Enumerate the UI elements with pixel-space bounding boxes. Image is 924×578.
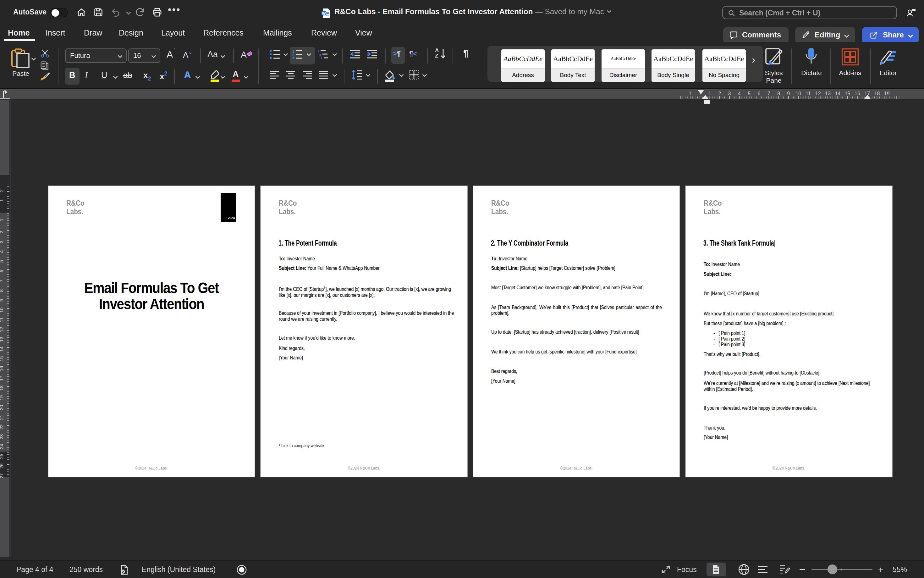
svg-text:1: 1 [317, 49, 319, 53]
svg-text:1: 1 [709, 91, 711, 96]
svg-text:2: 2 [718, 91, 721, 96]
svg-text:3: 3 [0, 240, 4, 243]
svg-text:22: 22 [0, 425, 4, 430]
svg-text:15: 15 [845, 91, 850, 96]
svg-text:1: 1 [0, 199, 4, 201]
svg-text:5: 5 [0, 260, 4, 263]
svg-text:8: 8 [0, 289, 4, 292]
svg-text:23: 23 [0, 434, 4, 440]
svg-text:17: 17 [0, 376, 4, 381]
svg-text:15: 15 [0, 356, 4, 362]
svg-text:11: 11 [0, 317, 4, 322]
svg-text:i: i [321, 56, 322, 59]
svg-text:14: 14 [0, 347, 4, 352]
svg-text:14: 14 [835, 91, 841, 96]
svg-text:W: W [322, 11, 326, 16]
svg-text:13: 13 [0, 337, 4, 342]
svg-text:3: 3 [292, 56, 294, 59]
svg-text:a: a [319, 53, 321, 56]
svg-text:21: 21 [0, 415, 4, 420]
svg-text:10: 10 [0, 308, 4, 313]
svg-text:4: 4 [738, 91, 741, 96]
svg-text:7: 7 [767, 91, 770, 96]
svg-text:19: 19 [0, 395, 4, 401]
svg-text:13: 13 [825, 91, 831, 96]
svg-text:20: 20 [0, 405, 4, 411]
svg-text:7: 7 [0, 279, 4, 282]
svg-text:25: 25 [0, 454, 4, 459]
svg-text:6: 6 [0, 270, 4, 272]
svg-text:10: 10 [795, 91, 801, 96]
svg-text:8: 8 [777, 91, 780, 96]
svg-text:1: 1 [0, 219, 4, 221]
svg-text:2: 2 [0, 231, 4, 233]
svg-text:9: 9 [787, 91, 790, 96]
svg-text:16: 16 [854, 91, 860, 96]
svg-text:5: 5 [748, 91, 751, 96]
svg-text:18: 18 [0, 386, 4, 391]
svg-text:11: 11 [806, 91, 811, 96]
svg-text:1: 1 [689, 91, 691, 96]
svg-text:16: 16 [0, 366, 4, 372]
svg-text:24: 24 [0, 444, 4, 450]
svg-text:3: 3 [728, 91, 731, 96]
svg-text:9: 9 [0, 299, 4, 302]
svg-text:26: 26 [0, 464, 4, 469]
svg-text:18: 18 [874, 91, 880, 96]
svg-text:27: 27 [0, 473, 4, 479]
svg-text:12: 12 [0, 327, 4, 333]
svg-text:4: 4 [0, 250, 4, 253]
svg-text:6: 6 [758, 91, 761, 96]
svg-text:2: 2 [0, 189, 4, 192]
svg-text:19: 19 [884, 91, 890, 96]
svg-text:12: 12 [815, 91, 821, 96]
